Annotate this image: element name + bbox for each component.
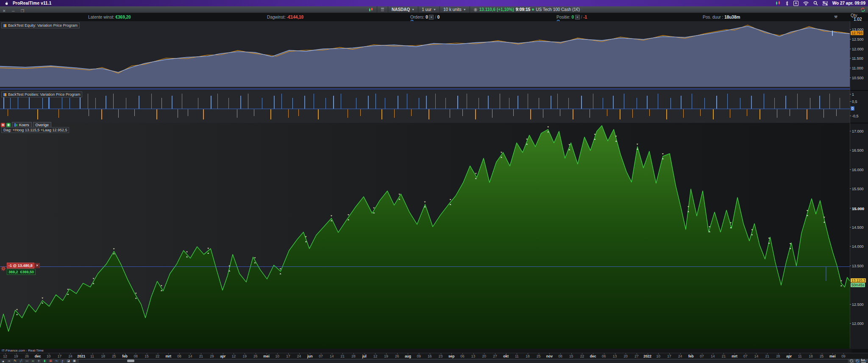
units-label: 10 k units — [443, 7, 462, 12]
time-label: 23 — [439, 354, 442, 358]
time-label: 21 — [765, 354, 769, 358]
hline-tool-icon[interactable]: ─ — [24, 359, 30, 363]
position-settings-gear-icon[interactable] — [1, 266, 6, 271]
instrument-select[interactable]: NASDAQ▼ — [388, 6, 418, 13]
axis-label: 11.000 — [852, 66, 863, 70]
time-label: mei — [263, 354, 270, 358]
long-bar — [217, 94, 218, 109]
price-axis[interactable]: 13.00012.50012.00011.50011.00010.50012.7… — [850, 21, 868, 349]
indicator-tool-icon[interactable]: ƒ — [60, 359, 65, 363]
spotlight-search-icon[interactable] — [813, 1, 818, 6]
input-source-icon[interactable]: A — [793, 1, 798, 6]
apple-menu-icon[interactable] — [4, 1, 9, 6]
sell-icon[interactable] — [1, 123, 5, 127]
time-label: sep — [448, 354, 455, 358]
equity-panel-title-chip[interactable]: BackTest Equity: Variation Price Program — [1, 22, 80, 28]
linechart-view-icon[interactable]: ∿ — [54, 359, 59, 363]
long-bar — [785, 96, 786, 109]
gain-points: 369,2 — [8, 270, 18, 274]
long-bar — [182, 94, 182, 109]
time-label: 17 — [58, 354, 61, 358]
horizontal-scrollbar[interactable] — [79, 360, 848, 363]
trade-marker — [161, 285, 162, 286]
backtest-positions-panel[interactable]: BackTest Posities: Variation Price Progr… — [0, 90, 850, 123]
trade-marker — [547, 126, 549, 127]
short-bar — [620, 109, 620, 119]
long-bar — [88, 94, 88, 109]
zoom-in-icon[interactable]: + — [855, 359, 860, 363]
crosshair-tool-icon[interactable]: + — [6, 359, 12, 363]
menubar-clock[interactable]: Wo 27 apr. 09:09 — [832, 1, 865, 6]
window-controls[interactable]: ✕ ─ ❐ — [3, 9, 27, 13]
long-bar — [740, 98, 740, 109]
cancel-orders-icon[interactable]: ✕ — [429, 15, 434, 19]
control-center-icon[interactable] — [823, 1, 828, 6]
account-statusbar: Latente winst: €369,20 Dagwinst: -€144,1… — [0, 13, 868, 21]
scrollbar-thumb[interactable] — [127, 360, 134, 362]
trade-marker — [450, 199, 451, 200]
close-position-x-icon[interactable]: ✕ — [35, 263, 40, 268]
chart-status-menubar-icon[interactable] — [776, 1, 781, 6]
long-bar — [500, 94, 500, 109]
fibonacci-tool-icon[interactable]: ≡ — [30, 359, 36, 363]
timeframe-label: 1 uur — [422, 7, 431, 12]
long-bar — [368, 96, 369, 109]
short-bar — [101, 109, 102, 119]
long-bar — [341, 94, 341, 109]
time-label: 06 — [460, 354, 464, 358]
workspace-button[interactable] — [377, 6, 388, 13]
time-label: 25 — [820, 354, 823, 358]
short-bar — [318, 109, 319, 119]
wifi-icon[interactable] — [803, 1, 809, 6]
short-bar — [298, 109, 299, 116]
time-label: 19 — [14, 354, 18, 358]
autoscale-icon[interactable] — [861, 359, 866, 363]
buy-icon[interactable] — [6, 123, 11, 127]
price-chart-panel[interactable]: Koers Overige Dag: +Hoog 13.115,5 +Laag … — [0, 123, 850, 349]
text-tool-icon[interactable]: T — [36, 359, 42, 363]
time-label: 13 — [613, 354, 617, 358]
position-entry-badge[interactable]: -1 @ 13.480,8 — [7, 263, 34, 269]
time-label: feb — [122, 354, 128, 358]
close-position-icon[interactable]: ✕ — [575, 15, 580, 19]
long-bar — [113, 94, 114, 109]
trendline-tool-icon[interactable]: ╱ — [18, 359, 24, 363]
time-label: 19 — [384, 354, 388, 358]
long-bar — [42, 98, 43, 109]
long-bar — [274, 96, 275, 109]
bluetooth-icon[interactable] — [785, 1, 789, 6]
price-chart[interactable] — [0, 123, 850, 349]
chart-style-button[interactable] — [365, 6, 377, 13]
open-position-badges: -1 @ 13.480,8✕ 369,2 €369,50 — [0, 263, 40, 275]
short-bar — [37, 109, 38, 119]
zoom-out-icon[interactable]: – — [849, 359, 854, 363]
svg-text:i: i — [475, 8, 476, 11]
sync-icon[interactable] — [860, 7, 865, 12]
cursor-tool-icon[interactable]: ▲ — [0, 359, 6, 363]
keyboard-icon[interactable] — [832, 30, 833, 36]
time-label: 20 — [623, 354, 627, 358]
time-label: okt — [503, 354, 509, 358]
units-select[interactable]: 10 k units▼ — [440, 6, 470, 13]
short-bar — [823, 109, 824, 118]
positions-panel-title-chip[interactable]: BackTest Posities: Variation Price Progr… — [1, 91, 82, 97]
backtest-equity-panel[interactable]: BackTest Equity: Variation Price Program — [0, 21, 850, 91]
positions-zero-tag: 0 — [851, 106, 854, 111]
time-label: 10 — [275, 354, 279, 358]
positions-chart[interactable] — [0, 90, 850, 123]
axis-label: 14.000 — [852, 244, 864, 249]
screenshot-tool-icon[interactable]: ▣ — [72, 359, 77, 363]
equity-chart[interactable] — [0, 21, 850, 90]
price-current-tag: 13.110,3 — [851, 278, 866, 283]
time-axis[interactable]: 121926dec1017242021111825feb081522mrt081… — [0, 353, 868, 358]
pencil-tool-icon[interactable]: ✎ — [12, 359, 18, 363]
info-icon[interactable]: i — [473, 8, 478, 12]
timeframe-select[interactable]: 1 uur▼ — [418, 6, 440, 13]
barchart-view-icon[interactable]: 𝌆 — [48, 359, 53, 363]
eraser-tool-icon[interactable]: ◪ — [66, 359, 71, 363]
wrench-icon[interactable]: ⚒ — [834, 15, 837, 19]
long-bar — [488, 96, 489, 109]
candlestick-view-icon[interactable]: ▮ — [42, 359, 47, 363]
data-source-row: IT-Finance.com - Real-Time — [0, 349, 851, 353]
time-label: mrt — [165, 354, 171, 358]
